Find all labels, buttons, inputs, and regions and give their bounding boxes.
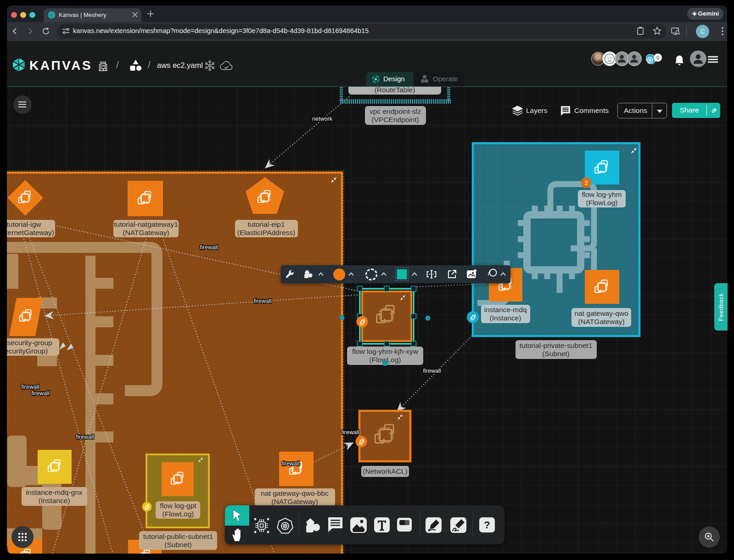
svg-text:(Instance): (Instance) [39,497,70,504]
svg-text:firewall: firewall [200,244,218,251]
svg-text:instance-mdq: instance-mdq [484,306,527,314]
svg-text:0: 0 [656,55,659,61]
svg-text:al-security-group: al-security-group [7,339,52,347]
svg-text:firewall: firewall [22,384,39,390]
svg-text:firewall: firewall [342,429,359,436]
svg-text:?: ? [484,519,490,531]
svg-text:SecurityGroup): SecurityGroup) [7,347,48,355]
svg-text:(NATGateway): (NATGateway) [123,229,169,236]
svg-text:tutorial-eip1: tutorial-eip1 [248,220,285,228]
svg-text:vpc endpoint-slz: vpc endpoint-slz [370,107,421,115]
svg-text:(ElasticIPAddress): (ElasticIPAddress) [237,229,295,236]
svg-text:(NATGateway): (NATGateway) [578,318,624,325]
svg-text:(NetworkACL): (NetworkACL) [363,467,407,475]
svg-text:(InternetGateway): (InternetGateway) [7,229,54,236]
svg-text:(FlowLog): (FlowLog) [162,510,194,518]
svg-text:network: network [312,116,333,122]
svg-text:(NATGateway): (NATGateway) [271,498,318,505]
svg-text:(VPCEndpoint): (VPCEndpoint) [371,116,419,123]
svg-text:firewall: firewall [32,390,50,397]
svg-text:nat gateway-qwo-bbc: nat gateway-qwo-bbc [261,489,329,497]
svg-text:2: 2 [584,179,588,186]
svg-text:firewall: firewall [254,298,272,304]
svg-text:(Instance): (Instance) [490,314,521,322]
svg-text:instance-mdq-gnx: instance-mdq-gnx [26,488,82,496]
svg-text:tutorial-public-subnet1: tutorial-public-subnet1 [143,532,213,540]
svg-text:firewall: firewall [423,368,441,374]
svg-text:(Subnet): (Subnet) [164,541,191,549]
svg-text:tutorial-natgateway1: tutorial-natgateway1 [114,220,178,228]
svg-text:(Subnet): (Subnet) [542,350,569,358]
svg-text:firewall: firewall [76,434,94,440]
svg-text:tutorial-private-subnet1: tutorial-private-subnet1 [520,342,593,349]
svg-text:(FlowLog): (FlowLog) [586,199,618,207]
svg-text:flow log-yhm: flow log-yhm [582,190,622,198]
svg-text:flow log-gpt: flow log-gpt [160,502,196,510]
svg-text:(RouteTable): (RouteTable) [375,87,415,94]
svg-text:firewall: firewall [282,460,300,467]
svg-text:nat gateway-qwo: nat gateway-qwo [574,309,628,317]
svg-text:flow log-yhm-kjh-xyw: flow log-yhm-kjh-xyw [352,347,419,355]
svg-text:tutorial-igw: tutorial-igw [7,220,41,228]
